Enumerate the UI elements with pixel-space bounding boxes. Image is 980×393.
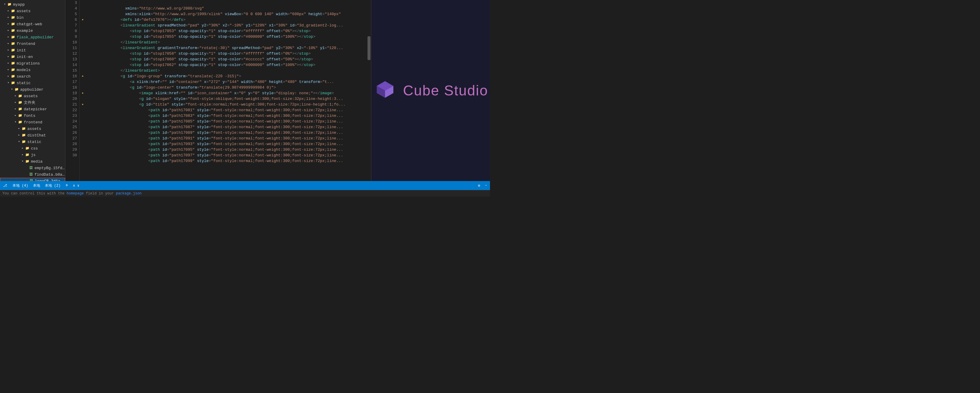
chevron-appbuilder [10,87,14,92]
sidebar-item-wenjianku[interactable]: 📁 文件夹 [0,99,65,106]
sidebar-item-chatgpt-web[interactable]: 📁 chatgpt-web [0,21,65,27]
sidebar-item-example[interactable]: 📁 example [0,27,65,34]
sidebar-item-search[interactable]: 📁 search [0,73,65,80]
gutter: ● ● ● ● [80,0,86,181]
label-init-en: init-en [17,55,33,59]
status-text2: field in your [86,191,114,196]
chevron-findData [24,172,29,177]
chevron-myapp [2,2,7,7]
sidebar-item-datepicker[interactable]: 📁 datepicker [0,106,65,112]
folder-icon-frontend2: 📁 [18,120,22,124]
folder-icon-flask: 📁 [11,35,16,40]
sidebar-item-appbuilder[interactable]: 📁 appbuilder [0,86,65,93]
sidebar-item-static[interactable]: 📁 static [0,80,65,86]
sidebar-item-assets3[interactable]: 📁 assets [0,126,65,132]
label-assets: assets [17,9,30,13]
chevron-distChat [17,133,21,138]
folder-icon-static: 📁 [11,81,16,85]
sidebar-item-logoCB[interactable]: 🖼 logoCB.2d1a8ac6d79bff7c... [0,178,65,181]
label-static2: static [27,140,41,144]
chevron-search [6,74,11,79]
folder-icon-bin: 📁 [11,15,16,20]
label-appbuilder: appbuilder [20,88,43,92]
editor-area: 3 4 5 6 7 8 9 10 11 12 13 14 15 16 17 18… [65,0,371,181]
branch1-label[interactable]: 本地 (4) [13,183,28,188]
status-link-homepage[interactable]: homepage [67,191,84,196]
sidebar-item-init[interactable]: 📁 init [0,47,65,54]
sidebar-item-init-en[interactable]: 📁 init-en [0,54,65,60]
settings-icon[interactable]: ⚙ [478,183,480,188]
file-icon-emptyBg: 🖼 [29,165,33,170]
nav-buttons[interactable]: ∧ ∨ [73,183,80,188]
sidebar-item-fonts[interactable]: 📁 fonts [0,112,65,119]
sidebar-item-flask[interactable]: 📁 flask_appbuilder [0,34,65,40]
chevron-static [6,81,11,85]
branch3-label[interactable]: 本地 (2) [45,183,60,188]
sidebar-item-css[interactable]: 📁 css [0,145,65,152]
code-container: 3 4 5 6 7 8 9 10 11 12 13 14 15 16 17 18… [65,0,371,181]
label-flask: flask_appbuilder [17,35,54,40]
vertical-scrollbar[interactable] [367,0,371,181]
chevron-emptyBg [24,165,29,170]
chevron-fonts [13,113,18,118]
code-editor[interactable]: xmlns="http://www.w3.org/2000/svg" xmlns… [86,0,367,181]
label-distChat: distChat [27,133,46,138]
sidebar-item-myapp[interactable]: 📁 myapp [0,1,65,8]
branch-icon [3,183,8,188]
chevron-models [6,67,11,72]
add-terminal-button[interactable]: + [65,183,68,188]
label-media: media [31,159,43,164]
sidebar-item-findData[interactable]: 🖼 findData.b0a05be8356e8... [0,171,65,178]
folder-icon-init-en: 📁 [11,54,16,59]
sidebar-item-js[interactable]: 📁 js [0,152,65,158]
chevron-assets [6,9,11,13]
label-myapp: myapp [13,2,25,7]
sidebar-item-frontend[interactable]: 📁 frontend [0,40,65,47]
logo-text: Cube Studio [403,82,488,99]
label-models: models [17,68,30,72]
status-bar: You can control this with the homepage f… [0,190,490,196]
sidebar-item-emptyBg[interactable]: 🖼 emptyBg.15fdf5f3930978... [0,165,65,171]
status-text: You can control this with the [2,191,65,196]
chevron-bin [6,15,11,20]
folder-icon-appbuilder: 📁 [14,87,19,92]
sidebar-item-bin[interactable]: 📁 bin [0,14,65,21]
chevron-logoCB [24,179,29,181]
folder-icon-static2: 📁 [21,139,26,144]
chevron-example [6,28,11,33]
sidebar-item-assets[interactable]: 📁 assets [0,8,65,14]
chevron-assets3 [17,126,21,131]
branch2-label[interactable]: 本地 [33,183,40,188]
folder-icon-js: 📁 [25,153,30,157]
chevron-js [20,153,25,157]
code-line-3: xmlns="http://www.w3.org/2000/svg" [88,0,364,6]
folder-icon-css: 📁 [25,146,30,151]
sidebar-item-frontend2[interactable]: 📁 frontend [0,119,65,126]
folder-icon-fonts: 📁 [18,113,22,118]
label-emptyBg: emptyBg.15fdf5f3930978... [35,166,65,170]
folder-icon-assets3: 📁 [21,126,26,131]
label-frontend2: frontend [24,120,42,124]
folder-icon-init: 📁 [11,48,16,53]
status-link-package[interactable]: package.json [116,191,142,196]
folder-icon-frontend: 📁 [11,41,16,46]
chevron-static2 [17,139,21,144]
sidebar-item-migrations[interactable]: 📁 migrations [0,60,65,67]
label-bin: bin [17,16,24,20]
sidebar-item-distChat[interactable]: 📁 distChat [0,132,65,138]
sidebar-item-models[interactable]: 📁 models [0,67,65,73]
label-assets3: assets [27,127,41,131]
label-static: static [17,81,30,85]
sidebar-item-static2[interactable]: 📁 static [0,138,65,145]
sidebar-item-assets2[interactable]: 📁 assets [0,93,65,99]
folder-icon-chatgpt: 📁 [11,22,16,27]
folder-icon-myapp: 📁 [7,2,12,7]
folder-icon-assets: 📁 [11,9,16,13]
label-example: example [17,29,33,33]
bottom-bar: 本地 (4) 本地 本地 (2) + ∧ ∨ ⚙ − [0,181,490,190]
chevron-migrations [6,61,11,66]
chevron-init [6,48,11,53]
minimize-icon[interactable]: − [485,183,487,188]
sidebar-item-media[interactable]: 📁 media [0,158,65,165]
chevron-assets2 [13,94,18,99]
